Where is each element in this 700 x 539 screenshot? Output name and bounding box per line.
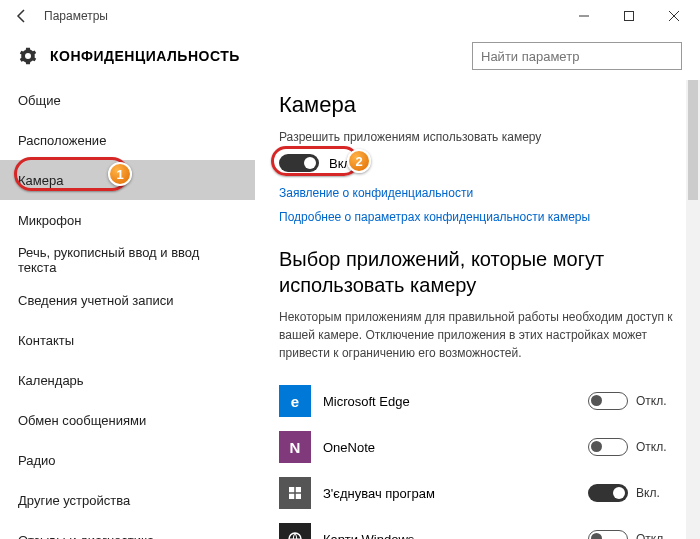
app-name-label: Microsoft Edge	[323, 394, 588, 409]
choose-apps-description: Некоторым приложениям для правильной раб…	[279, 308, 676, 362]
master-toggle[interactable]	[279, 154, 319, 172]
app-row-maps: Карти Windows Откл.	[279, 516, 676, 539]
back-button[interactable]	[4, 0, 40, 32]
callout-number-1: 1	[108, 162, 132, 186]
choose-apps-heading: Выбор приложений, которые могут использо…	[279, 246, 676, 298]
sidebar-item-feedback[interactable]: Отзывы и диагностика	[0, 520, 255, 539]
app-toggle-state: Вкл.	[636, 486, 676, 500]
app-toggle-edge[interactable]	[588, 392, 628, 410]
section-heading: Камера	[279, 92, 676, 118]
app-toggle-maps[interactable]	[588, 530, 628, 539]
app-row-edge: e Microsoft Edge Откл.	[279, 378, 676, 424]
sidebar-item-microphone[interactable]: Микрофон	[0, 200, 255, 240]
app-toggle-state: Откл.	[636, 440, 676, 454]
scrollbar-thumb[interactable]	[688, 80, 698, 200]
svg-rect-6	[289, 494, 294, 499]
edge-icon: e	[279, 385, 311, 417]
sidebar-item-general[interactable]: Общие	[0, 80, 255, 120]
window-controls	[561, 0, 696, 32]
minimize-button[interactable]	[561, 0, 606, 32]
titlebar: Параметры	[0, 0, 700, 32]
app-row-connect: З'єднувач програм Вкл.	[279, 470, 676, 516]
app-row-onenote: N OneNote Откл.	[279, 424, 676, 470]
svg-rect-7	[296, 494, 301, 499]
onenote-icon: N	[279, 431, 311, 463]
sidebar-item-other-devices[interactable]: Другие устройства	[0, 480, 255, 520]
sidebar-item-account[interactable]: Сведения учетной записи	[0, 280, 255, 320]
window-title: Параметры	[44, 9, 108, 23]
content-pane: Камера Разрешить приложениям использоват…	[255, 80, 700, 539]
learn-more-link[interactable]: Подробнее о параметрах конфиденциальност…	[279, 210, 676, 224]
master-toggle-row: Вкл.	[279, 154, 676, 172]
gear-icon	[18, 46, 38, 66]
app-name-label: OneNote	[323, 440, 588, 455]
sidebar-item-contacts[interactable]: Контакты	[0, 320, 255, 360]
app-toggle-state: Откл.	[636, 532, 676, 539]
close-button[interactable]	[651, 0, 696, 32]
svg-rect-1	[624, 12, 633, 21]
svg-rect-4	[289, 487, 294, 492]
app-name-label: Карти Windows	[323, 532, 588, 540]
sidebar-item-calendar[interactable]: Календарь	[0, 360, 255, 400]
app-toggle-connect[interactable]	[588, 484, 628, 502]
page-title: КОНФИДЕНЦИАЛЬНОСТЬ	[50, 48, 240, 64]
sidebar-item-speech[interactable]: Речь, рукописный ввод и ввод текста	[0, 240, 255, 280]
privacy-statement-link[interactable]: Заявление о конфиденциальности	[279, 186, 676, 200]
maps-icon	[279, 523, 311, 539]
page-header: КОНФИДЕНЦИАЛЬНОСТЬ	[0, 32, 700, 80]
connect-icon	[279, 477, 311, 509]
svg-rect-5	[296, 487, 301, 492]
sidebar: Общие Расположение Камера Микрофон Речь,…	[0, 80, 255, 539]
app-toggle-onenote[interactable]	[588, 438, 628, 456]
sidebar-item-location[interactable]: Расположение	[0, 120, 255, 160]
sidebar-item-messaging[interactable]: Обмен сообщениями	[0, 400, 255, 440]
callout-number-2: 2	[347, 149, 371, 173]
allow-apps-label: Разрешить приложениям использовать камер…	[279, 130, 676, 144]
maximize-button[interactable]	[606, 0, 651, 32]
vertical-scrollbar[interactable]	[686, 80, 700, 539]
search-input[interactable]	[472, 42, 682, 70]
sidebar-item-radio[interactable]: Радио	[0, 440, 255, 480]
app-toggle-state: Откл.	[636, 394, 676, 408]
app-name-label: З'єднувач програм	[323, 486, 588, 501]
